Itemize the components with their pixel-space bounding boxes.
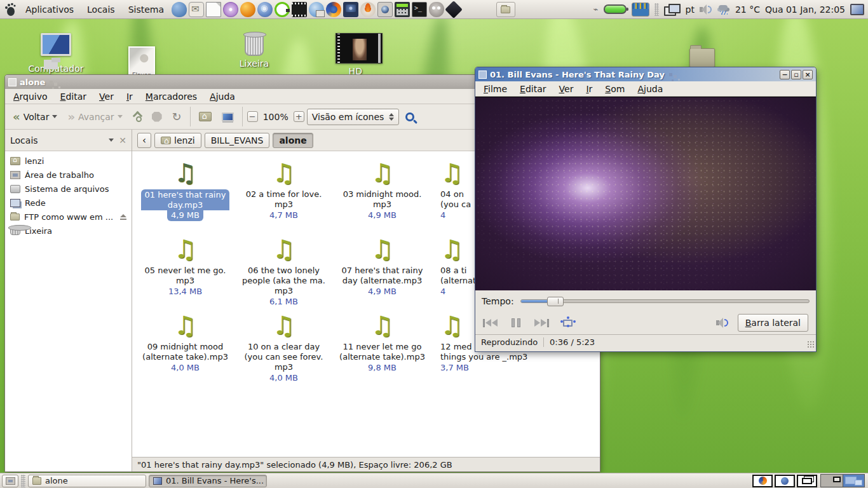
network-globe-icon[interactable] — [309, 2, 324, 17]
previous-button[interactable] — [483, 319, 498, 327]
battery-icon[interactable] — [604, 4, 627, 14]
zoom-in-button[interactable]: + — [294, 111, 304, 122]
file-item[interactable]: ♫01 here's that rainy day.mp34,9 MB — [136, 156, 234, 233]
fullscreen-icon[interactable] — [563, 320, 573, 327]
reload-button[interactable]: ↻ — [168, 109, 186, 125]
next-button[interactable] — [534, 319, 549, 327]
file-item[interactable]: ♫10 on a clear day (you can see forev. m… — [234, 309, 333, 385]
sidebar-close-icon[interactable]: ✕ — [119, 135, 126, 146]
file-item[interactable]: ♫03 midnight mood. mp34,9 MB — [333, 156, 431, 233]
display-icon[interactable] — [850, 4, 864, 15]
green-ring-icon[interactable] — [275, 2, 290, 17]
workspace-1[interactable] — [821, 475, 843, 487]
media-window-button[interactable] — [775, 475, 795, 487]
desktop-icon-folder[interactable] — [677, 48, 728, 67]
totem-menu-ajuda[interactable]: Ajuda — [632, 82, 668, 96]
seek-thumb[interactable] — [547, 297, 564, 306]
search-button[interactable] — [402, 110, 418, 124]
totem-menu-som[interactable]: Som — [599, 82, 630, 96]
disc-paint-icon[interactable] — [223, 2, 238, 17]
clock-applet[interactable]: Qua 01 Jan, 22:05 — [765, 4, 845, 15]
sidebar-toggle-button[interactable]: Barra lateral — [738, 314, 808, 332]
zoom-out-button[interactable]: − — [247, 111, 258, 122]
home-button[interactable] — [195, 109, 215, 124]
crumb-bill-evans[interactable]: BILL_EVANS — [205, 133, 270, 148]
stacked-windows-button[interactable] — [797, 475, 817, 487]
file-item[interactable]: ♫09 midnight mood (alternate take).mp34,… — [136, 309, 234, 385]
video-editor-icon[interactable] — [292, 2, 307, 17]
back-button[interactable]: « Voltar — [9, 109, 61, 125]
taskbar-window-totem[interactable]: 01. Bill Evans - Here's... — [149, 475, 267, 487]
fm-menu-marcadores[interactable]: Marcadores — [140, 90, 203, 104]
file-item[interactable]: ♫07 here's that rainy day (alternate.mp3… — [333, 233, 431, 309]
seek-slider[interactable] — [520, 299, 810, 303]
forward-button[interactable]: » Avançar — [64, 109, 126, 125]
stop-button[interactable] — [148, 109, 166, 125]
file-item[interactable]: ♫05 never let me go. mp313,4 MB — [136, 233, 234, 309]
desktop-icon-trash[interactable]: Lixeira — [219, 33, 289, 69]
totem-menu-ver[interactable]: Ver — [553, 82, 580, 96]
blue-swirl-icon[interactable] — [257, 2, 273, 17]
sidebar-item-network[interactable]: Rede — [8, 197, 129, 209]
orange-app-icon[interactable] — [240, 2, 255, 17]
movie-player-icon[interactable] — [343, 2, 358, 17]
file-item[interactable]: ♫11 never let me go (alternate take).mp3… — [333, 309, 431, 385]
file-item[interactable]: ♫06 the two lonely people (aka the ma. m… — [234, 233, 333, 309]
totem-menu-editar[interactable]: Editar — [514, 82, 552, 96]
temperature-label[interactable]: 21 °C — [735, 4, 760, 15]
video-area[interactable] — [475, 97, 816, 290]
minimize-icon[interactable]: − — [780, 70, 790, 79]
applet-handle[interactable] — [654, 3, 659, 16]
sidebar-item-home[interactable]: lenzi — [8, 155, 129, 167]
inkscape-icon[interactable] — [445, 1, 463, 18]
fm-menu-arquivo[interactable]: Arquivo — [8, 90, 53, 104]
system-monitor-icon[interactable] — [632, 3, 649, 17]
disc-burner-icon[interactable] — [360, 2, 376, 17]
sidebar-item-desktop[interactable]: Área de trabalho — [8, 169, 129, 181]
desktop-icon-computer[interactable]: Computador — [21, 33, 91, 74]
tasklist-handle[interactable] — [21, 475, 25, 487]
pause-button[interactable] — [512, 318, 520, 327]
network-monitors-icon[interactable] — [664, 4, 681, 15]
volume-icon[interactable] — [700, 4, 712, 15]
document-icon[interactable] — [206, 2, 221, 17]
maximize-icon[interactable]: ▫ — [791, 70, 801, 79]
firefox-window-button[interactable] — [752, 475, 773, 487]
totem-menu-filme[interactable]: Filme — [478, 82, 513, 96]
crumb-lenzi[interactable]: lenzi — [154, 133, 201, 148]
close-icon[interactable]: × — [803, 70, 813, 79]
eject-icon[interactable] — [120, 214, 126, 220]
power-plug-icon[interactable]: ⌁ — [593, 4, 599, 14]
fm-menu-ir[interactable]: Ir — [121, 90, 139, 104]
calculator-icon[interactable] — [395, 2, 410, 17]
gimp-icon[interactable] — [429, 2, 444, 17]
totem-titlebar[interactable]: 01. Bill Evans - Here's That Rainy Day −… — [475, 67, 816, 81]
resize-grip[interactable] — [807, 341, 815, 348]
fm-menu-editar[interactable]: Editar — [55, 90, 92, 104]
firefox-icon[interactable] — [326, 2, 341, 17]
crumb-alone[interactable]: alone — [273, 133, 313, 148]
sidebar-item-filesystem[interactable]: Sistema de arquivos — [8, 183, 129, 195]
menu-aplicativos[interactable]: Aplicativos — [20, 3, 79, 17]
menu-sistema[interactable]: Sistema — [123, 3, 170, 17]
view-mode-select[interactable]: Visão em ícones — [307, 109, 400, 125]
pathbar-back-button[interactable]: ‹ — [137, 133, 151, 148]
sidebar-item-trash[interactable]: Lixeira — [8, 225, 129, 237]
menu-locais[interactable]: Locais — [81, 3, 121, 17]
sidebar-dropdown-icon[interactable] — [109, 139, 114, 142]
weather-icon[interactable] — [717, 4, 730, 15]
sidebar-item-ftp[interactable]: FTP como www em ... — [8, 211, 129, 223]
computer-button[interactable] — [218, 110, 238, 124]
open-folder-icon[interactable] — [496, 2, 515, 17]
volume-button[interactable] — [716, 318, 729, 328]
screenshot-icon[interactable] — [377, 2, 393, 17]
workspace-2[interactable] — [843, 475, 864, 487]
keyboard-layout-indicator[interactable]: pt — [686, 4, 695, 15]
show-desktop-button[interactable] — [2, 475, 18, 487]
taskbar-window-alone[interactable]: alone — [28, 475, 146, 487]
email-clock-icon[interactable] — [189, 2, 204, 17]
totem-menu-ir[interactable]: Ir — [580, 82, 598, 96]
terminal-icon[interactable] — [412, 2, 427, 17]
fm-menu-ajuda[interactable]: Ajuda — [204, 90, 241, 104]
postgresql-icon[interactable] — [172, 2, 187, 17]
